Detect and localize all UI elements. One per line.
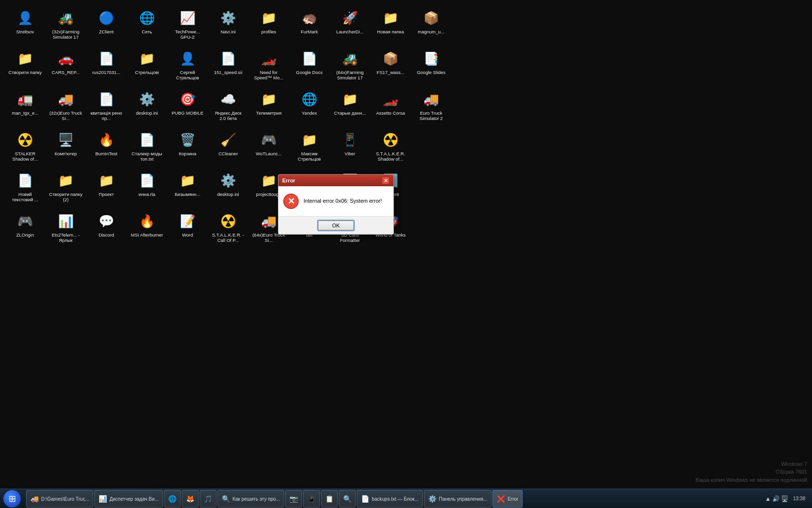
desktop-icon-discord[interactable]: 💬 Discord: [87, 209, 126, 248]
icon-image-euro-truck-sim2: 🚚: [421, 90, 441, 109]
desktop-icon-stalker-mody[interactable]: 📄 Сталекр моды топ.txt: [128, 128, 166, 166]
desktop-icon-rus2017031[interactable]: 📄 rus2017031...: [87, 46, 126, 85]
taskbar-item-icon-unknown1: 📷: [290, 495, 298, 503]
desktop-icon-farming-32[interactable]: 🚜 (32x)Farming Simulator 17: [46, 6, 85, 45]
clock-area[interactable]: 13:38: [790, 496, 808, 501]
desktop-icon-streltsovi[interactable]: 📁 Стрельцові: [128, 46, 166, 85]
desktop-icon-zclient[interactable]: 🔵 ZClient: [87, 6, 126, 45]
ok-button[interactable]: OK: [318, 221, 354, 230]
desktop-icon-burnin-test[interactable]: 🔥 BurnInTest: [87, 128, 126, 166]
icon-image-stalker-shadow: ☢️: [15, 130, 35, 149]
start-button[interactable]: ⊞: [0, 489, 24, 508]
icon-image-farming-64: 🚜: [340, 49, 360, 68]
desktop-icon-google-docs[interactable]: 📄 Google Docs: [290, 46, 329, 85]
icon-image-google-docs: 📄: [300, 49, 319, 68]
desktop-icon-fs17-wass[interactable]: 📦 FS17_wass...: [371, 46, 410, 85]
desktop-icon-assetto-corsa[interactable]: 🏎️ Assetto Corsa: [371, 87, 410, 126]
icon-image-assetto-corsa: 🏎️: [381, 90, 400, 109]
tray-expand-icon[interactable]: ▲: [765, 495, 771, 502]
desktop-icon-ets2telemetry[interactable]: 📊 Ets2Telem... - Ярлык: [46, 209, 85, 248]
taskbar-item-unknown3[interactable]: 🔍: [339, 490, 356, 508]
desktop: 👤 Streltsov 📁 Створити папку 🚛 man_tgx_e…: [0, 0, 812, 508]
taskbar-item-label-backups-txt: backups.txt — Блок...: [372, 496, 419, 502]
desktop-icon-noviy-tekstoviy[interactable]: 📄 Новий текстовий ...: [6, 168, 44, 207]
desktop-icon-stalker-cop[interactable]: ☢️ S.T.A.L.K.E.R. - Call Of P...: [209, 209, 247, 248]
desktop-icon-bezymyann[interactable]: 📁 Безымянн...: [168, 168, 207, 207]
desktop-icon-kvitanciya[interactable]: 📄 квитанція рено пр...: [87, 87, 126, 126]
desktop-icon-magnum-u[interactable]: 📦 magnum_u...: [412, 6, 450, 45]
desktop-icon-stvoriti-papku[interactable]: 📁 Створити папку: [6, 46, 44, 85]
desktop-icon-launcher-di[interactable]: 🚀 LauncherDi...: [331, 6, 369, 45]
icon-image-stalker-shadow2: ☢️: [381, 130, 400, 149]
desktop-icon-techpowerup[interactable]: 📈 TechPowe... GPU-Z: [168, 6, 207, 45]
desktop-icon-computer[interactable]: 🖥️ Комп'ютер: [46, 128, 85, 166]
icon-image-discord: 💬: [97, 211, 116, 231]
tray-volume-icon[interactable]: 🔊: [772, 495, 780, 502]
desktop-icon-euro-truck-sim2[interactable]: 🚚 Euro Truck Simulator 2: [412, 87, 450, 126]
icon-label-cars-rep: CARS_REP...: [52, 70, 80, 75]
desktop-icon-korzina[interactable]: 🗑️ Корзина: [168, 128, 207, 166]
taskbar-item-ie-task[interactable]: 🌐: [164, 490, 181, 508]
taskbar-item-icon-backups-txt: 📄: [361, 495, 369, 503]
desktop-icon-msi-afterburner[interactable]: 🔥 MSI Afterburner: [128, 209, 166, 248]
taskbar-item-panel[interactable]: ⚙️ Панель управления...: [424, 490, 492, 508]
taskbar-item-unknown2[interactable]: 📋: [321, 490, 338, 508]
desktop-icon-stvoriti-papku2[interactable]: 📁 Створити папку (2): [46, 168, 85, 207]
desktop-icon-google-slides[interactable]: 📑 Google Slides: [412, 46, 450, 85]
desktop-icon-stalker-shadow2[interactable]: ☢️ S.T.A.L.K.E.R. Shadow of...: [371, 128, 410, 166]
desktop-icon-profiles[interactable]: 📁 profiles: [249, 6, 288, 45]
dialog-close-button[interactable]: ✕: [382, 177, 390, 184]
desktop-icon-navi-ini[interactable]: ⚙️ Navi.ini: [209, 6, 247, 45]
desktop-icon-zlorigin[interactable]: 🎮 ZLOrigin: [6, 209, 44, 248]
icon-label-google-slides: Google Slides: [417, 70, 445, 75]
icon-label-zclient: ZClient: [99, 29, 114, 34]
icon-image-streltsovi: 📁: [137, 49, 157, 68]
desktop-icon-need-for-speed[interactable]: 🏎️ Need for Speed™ Mo...: [249, 46, 288, 85]
icon-image-yandex: 🌐: [300, 90, 319, 109]
desktop-icon-inna-rla[interactable]: 📄 инна.rla: [128, 168, 166, 207]
desktop-icon-novaya-papka[interactable]: 📁 Новая папка: [371, 6, 410, 45]
taskbar-item-viber-task[interactable]: 📱: [303, 490, 320, 508]
icon-image-euro-truck-32: 🚚: [56, 90, 75, 109]
desktop-icon-furmark[interactable]: 🦔 FurMark: [290, 6, 329, 45]
desktop-icon-yandex[interactable]: 🌐 Yandex: [290, 87, 329, 126]
taskbar-item-error-task[interactable]: ❌ Error: [493, 490, 522, 508]
taskbar-item-label-euro-truck-task: D:\Games\Euro Truc...: [41, 496, 89, 502]
icon-image-inna-rla: 📄: [137, 171, 157, 190]
icon-label-launcher-di: LauncherDi...: [336, 29, 364, 34]
icon-label-stvoriti-papku: Створити папку: [9, 70, 42, 75]
icon-label-desktop-ini2: desktop.ini: [217, 192, 239, 197]
desktop-icon-desktop-ini[interactable]: ⚙️ desktop.ini: [128, 87, 166, 126]
taskbar-item-media-task[interactable]: 🎵: [200, 490, 217, 508]
desktop-icon-project[interactable]: 📁 Проект: [87, 168, 126, 207]
desktop-icon-stalker-shadow[interactable]: ☢️ STALKER Shadow of...: [6, 128, 44, 166]
desktop-icon-farming-64[interactable]: 🚜 (64x)Farming Simulator 17: [331, 46, 369, 85]
desktop-icon-starye-dann[interactable]: 📁 Старые данн...: [331, 87, 369, 126]
desktop-icon-euro-truck-32[interactable]: 🚚 (32x)Euro Truck Si...: [46, 87, 85, 126]
desktop-icon-desktop-ini2[interactable]: ⚙️ desktop.ini: [209, 168, 247, 207]
taskbar-item-firefox-task[interactable]: 🦊: [182, 490, 199, 508]
desktop-icon-telemetriya[interactable]: 📁 Телеметрия: [249, 87, 288, 126]
desktop-icon-yandex-disk[interactable]: ☁️ Яндекс.Диск 2.0 бета: [209, 87, 247, 126]
taskbar-item-backups-txt[interactable]: 📄 backups.txt — Блок...: [357, 490, 423, 508]
desktop-icon-streltsov[interactable]: 👤 Streltsov: [6, 6, 44, 45]
desktop-icon-maksim-streltsov[interactable]: 📁 Максим Стрельцов: [290, 128, 329, 166]
desktop-icon-man-tgx[interactable]: 🚛 man_tgx_e...: [6, 87, 44, 126]
tray-network-icon[interactable]: 🖥️: [781, 495, 788, 502]
taskbar-item-euro-truck-task[interactable]: 🚚 D:\Games\Euro Truc...: [26, 490, 93, 508]
desktop-icon-sergei-streltsov[interactable]: 👤 Сергей Стрельцов: [168, 46, 207, 85]
desktop-icon-wotlaunc[interactable]: 🎮 WoTLaunc...: [249, 128, 288, 166]
desktop-icon-word[interactable]: 📝 Word: [168, 209, 207, 248]
desktop-icon-set[interactable]: 🌐 Сеть: [128, 6, 166, 45]
error-dialog: Error ✕ ✕ Internal error 0x06: System er…: [278, 174, 394, 235]
icon-image-bezymyann: 📁: [178, 171, 197, 190]
icon-label-navi-ini: Navi.ini: [220, 29, 235, 34]
desktop-icon-cars-rep[interactable]: 🚗 CARS_REP...: [46, 46, 85, 85]
taskbar-item-how-to-solve[interactable]: 🔍 Как решить эту про...: [218, 490, 284, 508]
desktop-icon-viber[interactable]: 📱 Viber: [331, 128, 369, 166]
taskbar-item-unknown1[interactable]: 📷: [285, 490, 302, 508]
desktop-icon-speed-sii[interactable]: 📄 151_speed.sii: [209, 46, 247, 85]
desktop-icon-pubg-mobile[interactable]: 🎯 PUBG MOBILE: [168, 87, 207, 126]
taskbar-item-task-manager[interactable]: 📊 Диспетчер задач Ви...: [94, 490, 163, 508]
desktop-icon-ccleaner[interactable]: 🧹 CCleaner: [209, 128, 247, 166]
